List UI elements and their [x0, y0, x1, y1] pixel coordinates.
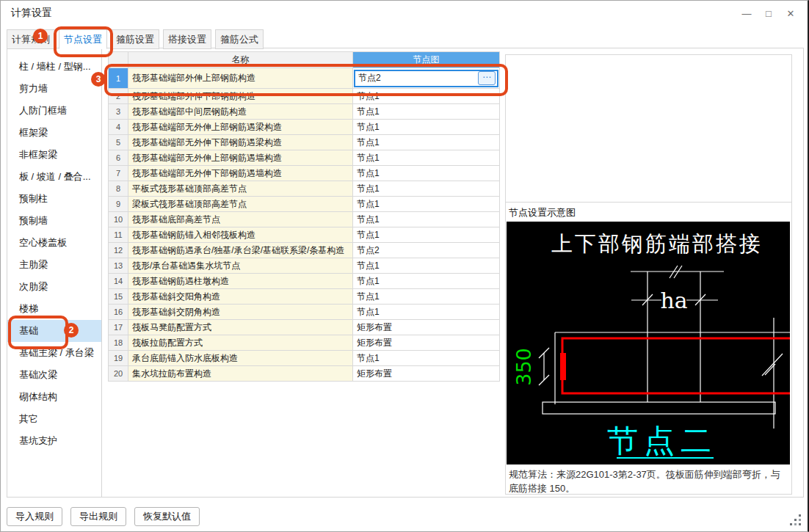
sidebar-item[interactable]: 基坑支护 [7, 430, 101, 452]
table-row[interactable]: 16筏形基础斜交阴角构造节点1 [109, 305, 500, 320]
sidebar-item[interactable]: 预制柱 [7, 188, 101, 210]
row-number: 19 [109, 351, 128, 366]
right-panel-empty-area [506, 55, 791, 203]
table-row[interactable]: 14筏形基础钢筋遇柱墩构造节点1 [109, 274, 500, 289]
row-node-value: 节点1 [353, 351, 500, 366]
row-number: 15 [109, 289, 128, 305]
row-number: 3 [109, 104, 128, 120]
row-node-value: 节点1 [353, 135, 500, 150]
diagram-node-name: 节点二 [607, 423, 717, 459]
row-node-value: 节点1 [353, 104, 500, 120]
sidebar-item[interactable]: 次肋梁 [7, 276, 101, 298]
tab-1[interactable]: 计算规则 [7, 29, 55, 49]
row-node-value: 矩形布置 [353, 366, 500, 382]
sidebar-item[interactable]: 空心楼盖板 [7, 232, 101, 254]
sidebar-item[interactable]: 其它 [7, 408, 101, 430]
sidebar-item[interactable]: 楼梯 [7, 298, 101, 320]
diagram-dim-ha-label: ha [660, 288, 687, 313]
header-node-diagram: 节点图 [353, 52, 500, 68]
table-row[interactable]: 7筏形基础端部无外伸下部钢筋遇墙构造节点1 [109, 166, 500, 181]
sidebar-item[interactable]: 基础 [7, 320, 101, 342]
row-number: 12 [109, 243, 128, 258]
table-row[interactable]: 6筏形基础端部无外伸上部钢筋遇墙构造节点1 [109, 150, 500, 166]
restore-defaults-button[interactable]: 恢复默认值 [134, 507, 200, 526]
row-node-value: 节点1 [353, 305, 500, 320]
row-node-value: 节点1 [353, 289, 500, 305]
import-rules-button[interactable]: 导入规则 [7, 507, 62, 526]
row-node-value: 矩形布置 [353, 320, 500, 335]
row-name: 筏形基础端部无外伸上部钢筋遇墙构造 [128, 150, 353, 166]
sidebar-item[interactable]: 非框架梁 [7, 144, 101, 166]
row-number: 6 [109, 150, 128, 166]
minimize-button[interactable]: — [736, 4, 758, 22]
table-row[interactable]: 11筏形基础钢筋锚入相邻筏板构造节点1 [109, 227, 500, 243]
diagram-dim-350-label: 350 [512, 348, 535, 386]
table-row[interactable]: 13筏形/承台基础遇集水坑节点节点1 [109, 258, 500, 274]
sidebar-item[interactable]: 剪力墙 [7, 78, 101, 100]
row-name: 筏形基础端部外伸下部钢筋构造 [128, 89, 353, 104]
table-row[interactable]: 3筏形基础端部中间层钢筋构造节点1 [109, 104, 500, 120]
row-name: 筏形基础端部中间层钢筋构造 [128, 104, 353, 120]
table-row[interactable]: 2筏形基础端部外伸下部钢筋构造节点1 [109, 89, 500, 104]
table-row[interactable]: 18筏板拉筋配置方式矩形布置 [109, 335, 500, 351]
table-row[interactable]: 4筏形基础端部无外伸上部钢筋遇梁构造节点1 [109, 120, 500, 135]
sidebar-item[interactable]: 框架梁 [7, 122, 101, 144]
sidebar-item[interactable]: 基础主梁 / 承台梁 [7, 342, 101, 364]
sidebar-item[interactable]: 板 / 坡道 / 叠合... [7, 166, 101, 188]
table-row[interactable]: 8平板式筏形基础顶部高差节点节点1 [109, 181, 500, 197]
sidebar-item[interactable]: 预制墙 [7, 210, 101, 232]
close-button[interactable]: ✕ [780, 4, 802, 22]
table-row[interactable]: 9梁板式筏形基础顶部高差节点节点1 [109, 197, 500, 212]
maximize-button[interactable]: □ [758, 4, 780, 22]
table-row[interactable]: 10筏形基础底部高差节点节点1 [109, 212, 500, 227]
row-number: 2 [109, 89, 128, 104]
tab-content: 柱 / 墙柱 / 型钢...剪力墙人防门框墙框架梁非框架梁板 / 坡道 / 叠合… [7, 48, 804, 498]
row-node-value: 节点1 [353, 197, 500, 212]
tab-5[interactable]: 箍筋公式 [215, 29, 264, 49]
node-diagram: 上下部钢筋端部搭接 [507, 222, 790, 464]
row-number: 13 [109, 258, 128, 274]
row-node-value: 节点1 [353, 212, 500, 227]
row-name: 筏形基础钢筋遇承台/独基/承台梁/基础联系梁/条基构造 [128, 243, 353, 258]
table-row[interactable]: 5筏形基础端部无外伸下部钢筋遇梁构造节点1 [109, 135, 500, 150]
table-row[interactable]: 1筏形基础端部外伸上部钢筋构造节点2⋯ [109, 68, 500, 89]
tab-2[interactable]: 节点设置 [59, 29, 107, 49]
ellipsis-icon[interactable]: ⋯ [478, 71, 496, 85]
table-row[interactable]: 15筏形基础斜交阳角构造节点1 [109, 289, 500, 305]
tab-bar: 计算规则节点设置箍筋设置搭接设置箍筋公式 [7, 29, 267, 49]
tab-3[interactable]: 箍筋设置 [111, 29, 159, 49]
row-name: 筏板拉筋配置方式 [128, 335, 353, 351]
row-number: 10 [109, 212, 128, 227]
resize-grip-icon[interactable] [790, 514, 802, 526]
row-name: 筏板马凳筋配置方式 [128, 320, 353, 335]
row-name: 筏形基础端部无外伸上部钢筋遇梁构造 [128, 120, 353, 135]
table-row[interactable]: 20集水坑拉筋布置构造矩形布置 [109, 366, 500, 382]
row-number: 16 [109, 305, 128, 320]
row-name: 梁板式筏形基础顶部高差节点 [128, 197, 353, 212]
row-node-value: 节点1 [353, 227, 500, 243]
tab-4[interactable]: 搭接设置 [163, 29, 211, 49]
row-name: 筏形基础端部无外伸下部钢筋遇墙构造 [128, 166, 353, 181]
sidebar-item[interactable]: 主肋梁 [7, 254, 101, 276]
sidebar-item[interactable]: 人防门框墙 [7, 100, 101, 122]
row-node-value: 节点1 [353, 274, 500, 289]
row-number: 11 [109, 227, 128, 243]
row-number: 17 [109, 320, 128, 335]
row-number: 1 [109, 68, 128, 89]
sidebar-item[interactable]: 砌体结构 [7, 386, 101, 408]
table-row[interactable]: 17筏板马凳筋配置方式矩形布置 [109, 320, 500, 335]
row-name: 筏形基础斜交阴角构造 [128, 305, 353, 320]
row-number: 5 [109, 135, 128, 150]
sidebar-item[interactable]: 柱 / 墙柱 / 型钢... [7, 56, 101, 78]
window-title: 计算设置 [11, 7, 52, 20]
table-row[interactable]: 19承台底筋锚入防水底板构造节点1 [109, 351, 500, 366]
node-settings-table: 名称 节点图 1筏形基础端部外伸上部钢筋构造节点2⋯2筏形基础端部外伸下部钢筋构… [108, 51, 500, 382]
export-rules-button[interactable]: 导出规则 [70, 507, 126, 526]
table-row[interactable]: 12筏形基础钢筋遇承台/独基/承台梁/基础联系梁/条基构造节点2 [109, 243, 500, 258]
row-number: 7 [109, 166, 128, 181]
header-index [109, 52, 128, 68]
sidebar-item[interactable]: 基础次梁 [7, 364, 101, 386]
right-panel: 节点设置示意图 上下部钢筋端部搭接 [505, 54, 792, 495]
node-value-editor[interactable]: 节点2⋯ [354, 70, 498, 87]
row-name: 集水坑拉筋布置构造 [128, 366, 353, 382]
